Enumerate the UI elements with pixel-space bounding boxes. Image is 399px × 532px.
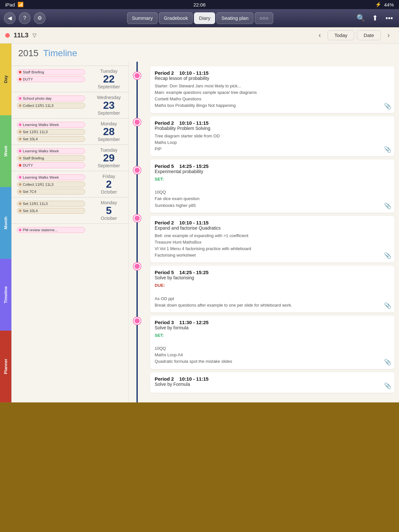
side-tabs: Day Week Month Timeline Planner	[0, 44, 12, 402]
attachment-icon-6: 📎	[384, 359, 391, 366]
dot-tan-7	[19, 202, 21, 205]
tl-tags-oct5: Set 11R1 11L3 Set 10L4	[12, 197, 93, 223]
nav-tabs: Summary Gradebook Diary Seating plan ○○○	[49, 12, 352, 24]
lesson-card-oct2-p3: Period 3 11:30 - 12:25 Solve by formula …	[150, 316, 394, 369]
tl-section-sep29: Learning Walks Week Staff Briefing DUTY	[12, 145, 128, 171]
lesson-body-sep22-p2: Starter: Don Steward Jars most likely to…	[155, 83, 381, 109]
dot-tan-3	[19, 138, 21, 140]
bluetooth-icon: ⚡	[375, 2, 381, 7]
dot-pink-3	[19, 150, 21, 152]
month-sep28: September	[93, 137, 125, 142]
tl-section-last: PM review stateme...	[12, 223, 128, 247]
tab-diary[interactable]: Diary	[194, 12, 215, 24]
dot-red-2	[19, 78, 21, 81]
month-sep29: September	[93, 163, 125, 168]
lesson-body-oct2-p3: SET: 10QQ Maths Loop A4 Quadratic formul…	[155, 332, 381, 365]
lesson-period-oct5-p2: Period 2 10:10 - 11:15	[155, 376, 381, 382]
date-button[interactable]: Date	[357, 30, 381, 40]
lesson-body-sep28-p2: Bell: one example of expanding with >1 c…	[155, 233, 381, 259]
sidebar-item-week[interactable]: Week	[0, 115, 11, 187]
main-timeline: 2015 Timeline Staff Briefing	[12, 44, 399, 402]
day-num-oct2: 2	[93, 179, 125, 189]
next-date-button[interactable]: ›	[383, 30, 394, 41]
left-date-column: Staff Briefing DUTY Tuesday 22 September	[12, 62, 129, 402]
today-button[interactable]: Today	[328, 30, 354, 40]
sidebar-item-timeline[interactable]: Timeline	[0, 259, 11, 331]
due-label-oct2: DUE:	[155, 283, 165, 288]
dot-tan-5	[19, 183, 21, 186]
tag-duty-sep29: DUTY	[17, 162, 85, 168]
prev-date-button[interactable]: ‹	[315, 30, 325, 41]
tab-summary[interactable]: Summary	[127, 12, 158, 24]
tl-section-oct2: Learning Walks Week Collect 11R1 11L3 Se…	[12, 171, 128, 197]
battery-label: 44%	[384, 2, 394, 7]
tab-more[interactable]: ○○○	[255, 12, 273, 24]
date-sep22: Tuesday 22 September	[93, 66, 128, 92]
tag-pm-review: PM review stateme...	[17, 227, 85, 233]
lesson-card-sep22-p2: Period 2 10:10 - 11:15 Recap lesson of p…	[150, 66, 394, 113]
tag-set11r1-sep28: Set 11R1 11L3	[17, 129, 85, 135]
tag-duty-sep22: DUTY	[17, 76, 85, 82]
dot-sep28	[134, 167, 141, 174]
lesson-period-sep29-p5: Period 5 14:25 - 15:25	[155, 270, 381, 275]
nav-right-icons: 🔍 ⬆ •••	[355, 12, 395, 24]
lesson-card-oct5-p2: Period 2 10:10 - 11:15 Solve by Formula …	[150, 372, 394, 393]
tl-section-oct5: Set 11R1 11L3 Set 10L4 Monday 5 October	[12, 197, 128, 223]
date-sep28: Monday 28 September	[93, 119, 128, 145]
help-button[interactable]: ?	[19, 12, 31, 24]
dot-sep29	[134, 215, 141, 222]
dot-tan-8	[19, 209, 21, 212]
attachment-icon-7: 📎	[384, 382, 391, 389]
set-label-oct2: SET:	[155, 333, 164, 338]
sidebar-item-month[interactable]: Month	[0, 187, 11, 259]
date-last	[93, 224, 128, 247]
tag-lww-sep28: Learning Walks Week	[17, 122, 85, 128]
sidebar-item-day[interactable]: Day	[0, 44, 11, 115]
search-button[interactable]: 🔍	[355, 12, 367, 24]
attachment-icon-5: 📎	[384, 302, 391, 309]
status-bar: iPad 📶 22:06 ⚡ 44%	[0, 0, 399, 9]
dot-red	[19, 71, 21, 73]
attachment-icon-4: 📎	[384, 252, 391, 259]
sidebar-item-planner[interactable]: Planner	[0, 331, 11, 402]
lesson-card-sep22-p2b: Period 2 10:10 - 11:15 Probability Probl…	[150, 116, 394, 156]
tag-set10l4-sep28: Set 10L4	[17, 136, 85, 142]
lesson-title-oct5-p2: Solve by Formula	[155, 382, 381, 387]
lesson-card-sep28-p2: Period 2 10:10 - 11:15 Expand and factor…	[150, 216, 394, 263]
tab-seating-plan[interactable]: Seating plan	[216, 12, 253, 24]
tl-section-sep28: Learning Walks Week Set 11R1 11L3 Set 10…	[12, 118, 128, 145]
class-nav: ‹ Today Date ›	[315, 30, 394, 41]
class-bar: 11L3 ▽ ‹ Today Date ›	[0, 27, 399, 44]
right-lessons-column: Period 2 10:10 - 11:15 Recap lesson of p…	[146, 62, 399, 402]
day-num-sep29: 29	[93, 153, 125, 163]
timeline-center	[129, 62, 146, 402]
tag-lww-sep29: Learning Walks Week	[17, 148, 85, 154]
tab-gradebook[interactable]: Gradebook	[159, 12, 193, 24]
back-button[interactable]: ◀	[4, 12, 16, 24]
lesson-period-sep22-p2b: Period 2 10:10 - 11:15	[155, 120, 381, 126]
tl-tags-oct2: Learning Walks Week Collect 11R1 11L3 Se…	[12, 171, 93, 197]
timeline-word: Timeline	[43, 48, 77, 58]
dot-tan-1	[19, 104, 21, 107]
month-sep23: September	[93, 110, 125, 116]
lesson-period-oct2-p3: Period 3 11:30 - 12:25	[155, 320, 381, 325]
class-dropdown-icon[interactable]: ▽	[32, 32, 36, 38]
dot-pink-4	[19, 176, 21, 179]
day-num-sep23: 23	[93, 100, 125, 110]
attachment-icon-2: 📎	[384, 146, 391, 153]
class-color-dot	[5, 33, 10, 38]
tag-collect-sep23: Collect 11R1 11L3	[17, 103, 85, 108]
upload-button[interactable]: ⬆	[369, 12, 381, 24]
tag-set11r1-oct5: Set 11R1 11L3	[17, 201, 85, 207]
lesson-card-sep29-p5: Period 5 14:25 - 15:25 Solve by factoris…	[150, 266, 394, 312]
overflow-button[interactable]: •••	[383, 12, 395, 24]
tag-set7c4-oct2: Set 7C4	[17, 189, 85, 195]
attachment-icon-1: 📎	[384, 103, 391, 110]
tl-section-sep23: School photo day Collect 11R1 11L3 Wedne…	[12, 92, 128, 118]
tag-lww-oct2: Learning Walks Week	[17, 174, 85, 180]
lesson-title-sep22-p2b: Probability Problem Solving	[155, 126, 381, 131]
settings-button[interactable]: ⚙	[34, 12, 45, 24]
lesson-period-sep22-p2: Period 2 10:10 - 11:15	[155, 70, 381, 76]
dot-red-3	[19, 164, 21, 167]
dot-oct5	[134, 317, 141, 324]
